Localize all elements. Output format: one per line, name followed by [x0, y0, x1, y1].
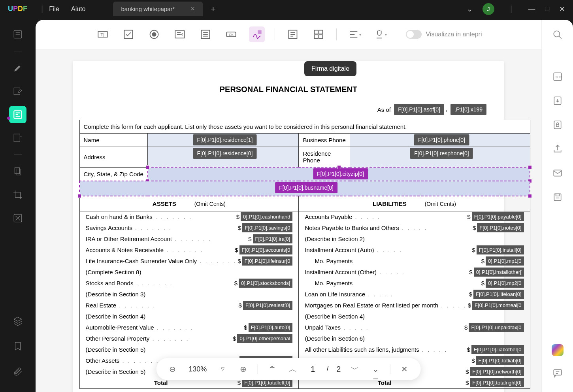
- form-field-asof[interactable]: F[0].P1[0].asof[0]: [394, 104, 444, 115]
- comment-icon[interactable]: [550, 366, 565, 380]
- menu-file[interactable]: File: [49, 6, 59, 13]
- form-tool[interactable]: [9, 106, 26, 123]
- zoom-in-button[interactable]: ⊕: [237, 363, 250, 375]
- form-field[interactable]: F[0].P1[0].accounts[0: [239, 245, 293, 254]
- organize-tool[interactable]: [9, 129, 26, 147]
- form-field[interactable]: 0].P1[0].mp2[0: [486, 279, 524, 288]
- form-field[interactable]: F[0].P1[0].ira[0]: [253, 234, 293, 243]
- form-list-tool[interactable]: [285, 26, 301, 42]
- edit-tool[interactable]: [9, 83, 26, 100]
- form-field[interactable]: 0].P1[0].stocksbonds[: [239, 279, 292, 288]
- signature-tool[interactable]: [249, 26, 265, 42]
- form-field[interactable]: F[0].P1[0].install[0]: [477, 245, 524, 254]
- form-field-bphone[interactable]: F[0].P1[0].phone[0]: [414, 134, 469, 145]
- menu-help[interactable]: Aiuto: [71, 6, 85, 13]
- form-field[interactable]: 0].P1[0].otherpersonal: [237, 334, 292, 343]
- city-input-cell-selected[interactable]: F[0].P1[0].cityzip[0]: [148, 167, 530, 181]
- attachment-icon[interactable]: [9, 363, 26, 380]
- form-field[interactable]: F[0].P1[0].lifeloan[0]: [473, 290, 524, 299]
- liab-sublabel: (Describe in Section 2): [305, 236, 524, 242]
- form-field[interactable]: F[0].P1[0].savings[0: [242, 223, 292, 232]
- close-window-icon[interactable]: ✕: [559, 5, 565, 13]
- layers-icon[interactable]: [9, 312, 26, 330]
- email-icon[interactable]: [550, 166, 565, 180]
- form-field-networth[interactable]: F[0].P1[0].networth[0]: [470, 367, 524, 376]
- name-label: Name: [79, 134, 148, 147]
- prev-page-button[interactable]: ︿: [286, 363, 299, 375]
- form-field-city[interactable]: F[0].P1[0].cityzip[0]: [313, 168, 368, 179]
- form-field[interactable]: 0].P1[0].mp1[0: [486, 256, 524, 266]
- form-field[interactable]: F[0].P1[0].unpaidtax[0: [469, 323, 524, 332]
- form-field[interactable]: F[0].P1[0].liabother[0: [471, 345, 524, 354]
- grid-tool[interactable]: [311, 26, 326, 42]
- form-field[interactable]: F[0].P1[0].payable[0]: [472, 212, 524, 221]
- redact-tool[interactable]: [9, 209, 26, 227]
- form-field[interactable]: F[0].P1[0].mortreal[0: [472, 301, 524, 310]
- ocr-icon[interactable]: OCR: [550, 70, 565, 84]
- rphone-input-cell[interactable]: F[0].P1[0].resphone[0]: [350, 147, 530, 168]
- preview-toggle[interactable]: [406, 30, 422, 39]
- form-field-busname[interactable]: F[0].P1[0].busname[0]: [275, 182, 337, 193]
- dropdown-tool[interactable]: [172, 26, 188, 42]
- svg-rect-28: [554, 170, 562, 176]
- close-tab-icon[interactable]: ×: [190, 5, 195, 13]
- pages-tool[interactable]: [9, 163, 26, 180]
- protect-icon[interactable]: [550, 118, 565, 132]
- form-field[interactable]: F[0].P1[0].realest[0]: [243, 301, 292, 310]
- form-field[interactable]: F[0].P1[0].auto[0]: [249, 323, 293, 332]
- search-icon[interactable]: [550, 28, 565, 42]
- crop-tool[interactable]: [9, 186, 26, 204]
- maximize-icon[interactable]: □: [545, 5, 549, 13]
- bookmark-icon[interactable]: [9, 337, 26, 355]
- liab-label: Mo. Payments: [305, 258, 480, 264]
- liab-label: Mortgages on Real Estate or Rent listed …: [305, 302, 466, 309]
- align-tool[interactable]: ▾: [347, 26, 362, 42]
- radio-tool[interactable]: [146, 26, 162, 42]
- first-page-button[interactable]: ⌃_: [266, 363, 279, 375]
- tools-dropdown[interactable]: ▾: [372, 26, 388, 42]
- form-field-totliab[interactable]: F[0].P1[0].totliab[0]: [476, 356, 524, 365]
- bphone-label: Business Phone: [299, 134, 350, 147]
- chevron-down-icon[interactable]: ⌄: [467, 5, 473, 13]
- form-field[interactable]: 0].P1[0].cashonhand: [241, 212, 292, 221]
- name-input-cell[interactable]: F[0].P1[0].residence[1]: [148, 134, 299, 147]
- svg-rect-29: [554, 194, 561, 200]
- next-page-button[interactable]: ﹀: [349, 363, 361, 375]
- user-avatar[interactable]: J: [483, 3, 494, 15]
- convert-icon[interactable]: [550, 94, 565, 108]
- addr-input-cell[interactable]: F[0].P1[0].residence[0]: [148, 147, 299, 168]
- last-page-button[interactable]: ⌄_: [369, 363, 382, 375]
- busname-input-cell-selected[interactable]: F[0].P1[0].busname[0]: [79, 181, 530, 196]
- zoom-out-button[interactable]: ⊖: [166, 363, 179, 375]
- checkbox-tool[interactable]: [121, 26, 136, 42]
- button-tool[interactable]: OK: [223, 26, 239, 42]
- close-nav-button[interactable]: ✕: [398, 363, 411, 375]
- form-field-addr[interactable]: F[0].P1[0].residence[0]: [193, 148, 256, 159]
- zoom-dropdown[interactable]: ▽: [217, 363, 229, 375]
- form-field-rphone[interactable]: F[0].P1[0].resphone[0]: [410, 148, 473, 159]
- svg-rect-27: [556, 124, 559, 126]
- form-field[interactable]: F[0].P1[0].lifeinsur[0: [242, 256, 293, 266]
- form-field-totalright[interactable]: F[0].P1[0].totalright[0]: [470, 378, 524, 387]
- svg-rect-4: [15, 168, 19, 173]
- listbox-tool[interactable]: [198, 26, 213, 42]
- highlight-tool[interactable]: [9, 59, 26, 77]
- page-input[interactable]: [307, 365, 319, 374]
- text-field-tool[interactable]: T|: [95, 26, 111, 42]
- bphone-input-cell[interactable]: F[0].P1[0].phone[0]: [350, 134, 530, 147]
- form-field[interactable]: 0].P1[0].installother[: [474, 268, 524, 277]
- asset-label: IRA or Other Retirement Account . . . . …: [86, 236, 247, 242]
- save-icon[interactable]: [550, 190, 565, 204]
- asof-label: As of: [377, 106, 391, 113]
- document-tab[interactable]: banking whitepapar* ×: [113, 2, 202, 16]
- form-field-name[interactable]: F[0].P1[0].residence[1]: [193, 134, 256, 145]
- form-field[interactable]: F[0].P1[0].notes[0]: [477, 223, 524, 232]
- new-tab-button[interactable]: +: [211, 4, 216, 14]
- form-field-year[interactable]: .P1[0].x199: [450, 104, 486, 115]
- svg-rect-19: [319, 30, 323, 34]
- minimize-icon[interactable]: —: [528, 5, 535, 13]
- reader-tool[interactable]: [9, 26, 26, 43]
- svg-rect-16: [258, 30, 262, 34]
- ai-assistant-icon[interactable]: [552, 344, 564, 356]
- share-icon[interactable]: [550, 142, 565, 156]
